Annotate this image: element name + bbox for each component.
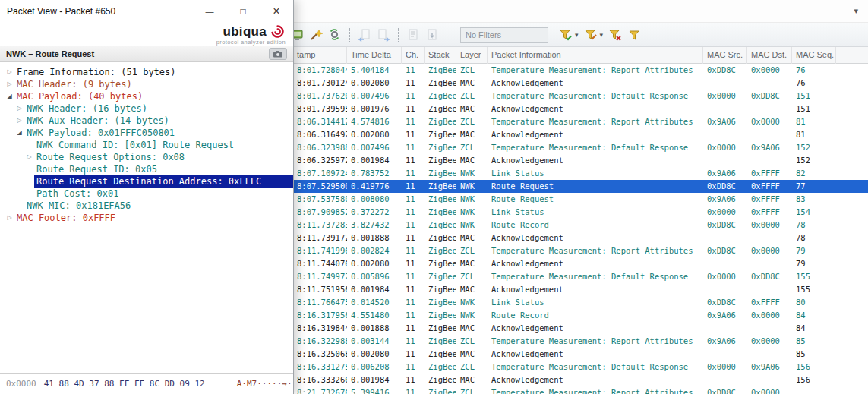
cell-packet_information: Link Status <box>488 206 703 219</box>
tree-item[interactable]: Route Request ID: 0x05 <box>0 163 293 175</box>
packet-row[interactable]: 8:01.7376200.00749611ZigBeeZCLTemperatur… <box>293 90 868 102</box>
cell-time_delta: 0.001976 <box>347 102 402 115</box>
export-icon[interactable] <box>405 27 421 43</box>
tree-collapsed-arrow-icon[interactable]: ▷ <box>5 66 14 78</box>
cell-mac_dst <box>747 322 792 335</box>
packet-row[interactable]: 8:01.7280445.40418411ZigBeeZCLTemperatur… <box>293 64 868 77</box>
packet-row[interactable]: 8:01.7301240.00208011ZigBeeMACAcknowledg… <box>293 77 868 90</box>
cell-timestamp: 8:01.728044 <box>293 64 347 77</box>
packet-row[interactable]: 8:07.1097240.78375211ZigBeeNWKLink Statu… <box>293 167 868 180</box>
tree-collapsed-arrow-icon[interactable]: ▷ <box>5 212 14 224</box>
cell-timestamp: 8:07.109724 <box>293 167 347 180</box>
tree-item[interactable]: ▷MAC Footer: 0xFFFF <box>0 212 293 224</box>
tree-item[interactable]: ▷NWK Aux Header: (14 bytes) <box>0 115 293 127</box>
tree-collapsed-arrow-icon[interactable]: ▷ <box>5 78 14 90</box>
column-header-time_delta[interactable]: Time Delta <box>347 47 402 64</box>
packet-row[interactable]: 8:11.7499720.00589611ZigBeeZCLTemperatur… <box>293 270 868 283</box>
cell-mac_src: 0x9A06 <box>703 309 747 322</box>
packet-row[interactable]: 8:11.7391720.00188811ZigBeeMACAcknowledg… <box>293 232 868 244</box>
column-header-mac_src[interactable]: MAC Src. <box>703 47 747 64</box>
tree-collapsed-arrow-icon[interactable]: ▷ <box>14 115 24 127</box>
magic-wand-icon[interactable] <box>308 27 324 43</box>
close-button[interactable]: × <box>260 0 293 23</box>
packet-row[interactable]: 8:16.3198440.00188811ZigBeeMACAcknowledg… <box>293 322 868 335</box>
filter-apply-caret-icon[interactable]: ▾ <box>575 31 579 39</box>
packet-row[interactable]: 8:07.9098520.37227211ZigBeeNWKLink Statu… <box>293 206 868 219</box>
cell-time_delta: 0.007496 <box>347 141 402 154</box>
hex-bytes[interactable]: 41 88 4D 37 88 FF FF 8C DD 09 12 <box>44 379 205 389</box>
page-forward-icon[interactable] <box>375 27 392 43</box>
packet-row[interactable]: 8:21.7326765.39941611ZigBeeZCLTemperatur… <box>293 386 868 394</box>
camera-icon[interactable] <box>269 48 287 60</box>
packet-view-titlebar[interactable]: Packet View - Packet #650 — □ × <box>0 0 293 23</box>
page-back-icon[interactable] <box>356 27 373 43</box>
column-header-channel[interactable]: Ch. <box>402 47 425 64</box>
tree-item[interactable]: ▷Frame Information: (51 bytes) <box>0 66 293 78</box>
filter-apply-icon[interactable] <box>557 27 574 43</box>
column-header-stack[interactable]: Stack <box>425 47 456 64</box>
cell-timestamp: 8:06.323988 <box>293 141 347 154</box>
packet-row[interactable]: 8:01.7395950.00197611ZigBeeMACAcknowledg… <box>293 102 868 115</box>
cell-time_delta: 0.002080 <box>347 77 402 90</box>
tree-item[interactable]: NWK MIC: 0x181EFA56 <box>0 200 293 212</box>
packet-row[interactable]: 8:11.7440760.00208011ZigBeeMACAcknowledg… <box>293 257 868 270</box>
tree-item[interactable]: NWK Command ID: [0x01] Route Request <box>0 139 293 151</box>
packet-row[interactable]: 8:06.3239880.00749611ZigBeeZCLTemperatur… <box>293 141 868 154</box>
filter-clear-icon[interactable] <box>607 27 623 43</box>
cell-time_delta: 0.001888 <box>347 322 402 335</box>
filter-edit-icon[interactable] <box>582 27 599 43</box>
column-header-layer[interactable]: Layer <box>456 47 488 64</box>
packet-row[interactable]: 8:07.5375800.00808011ZigBeeNWKRoute Requ… <box>293 193 868 206</box>
tree-expanded-arrow-icon[interactable]: ◢ <box>14 127 24 139</box>
tree-item[interactable]: Path Cost: 0x01 <box>0 188 293 200</box>
cell-mac_dst: 0x0000 <box>747 64 792 77</box>
tree-item[interactable]: ▷MAC Header: (9 bytes) <box>0 78 293 90</box>
tree-item[interactable]: Route Request Destination Address: 0xFFF… <box>0 175 293 188</box>
cell-packet_information: Temperature Measurement: Report Attribut… <box>488 64 703 77</box>
minimize-button[interactable]: — <box>193 0 226 23</box>
toolbar-overflow-chevron-icon[interactable]: ▾ <box>854 6 858 16</box>
packet-row[interactable]: 8:16.3179564.55148011ZigBeeNWKRoute Reco… <box>293 309 868 322</box>
tree-item-label: Frame Information: (51 bytes) <box>14 66 178 78</box>
tree-item[interactable]: ▷Route Request Options: 0x08 <box>0 151 293 163</box>
filters-combobox[interactable]: No Filters <box>460 27 548 43</box>
tree-collapsed-arrow-icon[interactable]: ▷ <box>14 102 24 115</box>
cell-stack: ZigBee <box>425 322 456 335</box>
packet-row[interactable]: 8:06.3259720.00198411ZigBeeMACAcknowledg… <box>293 154 868 167</box>
filter-edit-caret-icon[interactable]: ▾ <box>600 31 604 39</box>
packet-row[interactable]: 8:11.7419960.00282411ZigBeeZCLTemperatur… <box>293 244 868 257</box>
tree-collapsed-arrow-icon[interactable]: ▷ <box>24 151 34 163</box>
packet-row[interactable]: 8:11.7519560.00198411ZigBeeMACAcknowledg… <box>293 283 868 296</box>
tree-item-label: Path Cost: 0x01 <box>34 188 121 200</box>
tree-item[interactable]: ◢MAC Payload: (40 bytes) <box>0 90 293 102</box>
tree-expanded-arrow-icon[interactable]: ◢ <box>5 90 14 102</box>
packet-row[interactable]: 8:07.5295000.41977611ZigBeeNWKRoute Requ… <box>293 180 868 193</box>
cell-mac_src <box>703 102 747 115</box>
filter-options-icon[interactable] <box>626 27 642 43</box>
packet-row[interactable]: 8:06.3144124.57481611ZigBeeZCLTemperatur… <box>293 115 868 128</box>
import-icon[interactable] <box>424 27 440 43</box>
packet-row[interactable]: 8:06.3164920.00208011ZigBeeMACAcknowledg… <box>293 128 868 141</box>
cell-stack: ZigBee <box>425 219 456 232</box>
cell-layer: ZCL <box>456 270 488 283</box>
cell-timestamp: 8:16.325068 <box>293 348 347 361</box>
cell-layer: NWK <box>456 180 488 193</box>
cell-channel: 11 <box>402 296 425 309</box>
packet-row[interactable]: 8:11.7372833.82743211ZigBeeNWKRoute Reco… <box>293 219 868 232</box>
packet-row[interactable]: 8:11.7664750.01452011ZigBeeNWKLink Statu… <box>293 296 868 309</box>
packet-row[interactable]: 8:16.3332600.00198411ZigBeeMACAcknowledg… <box>293 374 868 386</box>
column-header-packet_information[interactable]: Packet Information <box>488 47 703 64</box>
column-header-mac_dst[interactable]: MAC Dst. <box>747 47 792 64</box>
column-header-timestamp[interactable]: tamp <box>293 47 347 64</box>
packet-row[interactable]: 8:16.3229880.00314411ZigBeeZCLTemperatur… <box>293 335 868 348</box>
packet-row[interactable]: 8:16.3250680.00208011ZigBeeMACAcknowledg… <box>293 348 868 361</box>
sync-settings-icon[interactable] <box>327 27 343 43</box>
cell-timestamp: 8:16.322988 <box>293 335 347 348</box>
tree-item[interactable]: ▷NWK Header: (16 bytes) <box>0 102 293 115</box>
column-header-mac_seq[interactable]: MAC Seq. <box>792 47 836 64</box>
packet-view-window: Packet View - Packet #650 — □ × ubiqua p… <box>0 0 294 394</box>
packet-row[interactable]: 8:16.3312750.00620811ZigBeeZCLTemperatur… <box>293 361 868 374</box>
maximize-button[interactable]: □ <box>226 0 260 23</box>
tree-item[interactable]: ◢NWK Payload: 0x01FFFC050801 <box>0 127 293 139</box>
cell-mac_dst <box>747 374 792 386</box>
